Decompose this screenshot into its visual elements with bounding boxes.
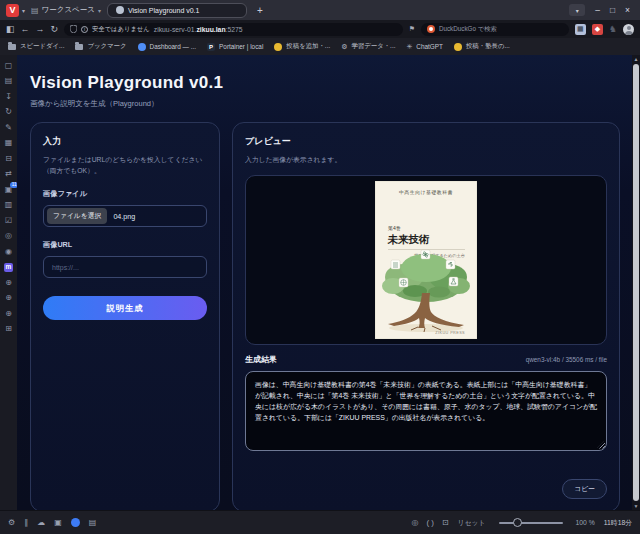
workspace-icon: ▤ xyxy=(31,6,39,15)
result-label: 生成結果 xyxy=(245,354,277,365)
bookmark-item[interactable]: スピードダイ... xyxy=(8,42,64,51)
side-panel-strip: ▢ ▤ ↧ ↻ ✎ ▦ ⊟ ⇄ ▣11 ▥ ☑ ◎ ◉ m ⊕ ⊕ xyxy=(0,55,17,510)
tiling-icon[interactable]: ( ) xyxy=(426,519,434,527)
tab-active[interactable]: Vision Playground v0.1 xyxy=(107,3,247,18)
bookmark-label: ChatGPT xyxy=(416,43,443,50)
generate-button[interactable]: 説明生成 xyxy=(43,296,207,320)
scroll-up-icon[interactable]: ▲ xyxy=(634,55,639,63)
bookmark-label: Portainer | local xyxy=(219,43,263,50)
new-tab-button[interactable]: + xyxy=(257,5,263,16)
profile-avatar[interactable] xyxy=(623,24,634,35)
cloud-icon[interactable]: ☁ xyxy=(37,519,45,527)
downloads-panel-icon[interactable]: ↧ xyxy=(3,92,14,101)
image-url-input[interactable]: https://... xyxy=(43,256,207,278)
bookmark-favicon xyxy=(75,44,83,50)
blue-extension-icon[interactable] xyxy=(71,518,80,527)
svg-text:ZIKUU PRESS: ZIKUU PRESS xyxy=(435,331,465,335)
input-panel-title: 入力 xyxy=(43,135,207,148)
bookmark-item[interactable]: ブックマーク xyxy=(75,42,126,51)
capture-icon[interactable]: ◎ xyxy=(411,519,418,527)
page-scrollbar[interactable]: ▲ ▼ xyxy=(632,55,640,510)
pause-icon[interactable]: ∥ xyxy=(24,519,28,527)
notes-panel-icon[interactable]: ✎ xyxy=(3,123,14,132)
file-name: 04.png xyxy=(113,212,135,221)
bookmark-label: 学習データ・... xyxy=(351,42,395,51)
web-panel-icon[interactable]: ⊕ xyxy=(3,294,14,303)
file-select-button[interactable]: ファイルを選択 xyxy=(47,208,107,224)
tasks-panel-icon[interactable]: ☑ xyxy=(3,216,14,225)
page-content: Vision Playground v0.1 画像から説明文を生成（Playgr… xyxy=(17,55,632,510)
extension-grid-icon[interactable]: ▦ xyxy=(575,24,586,35)
bookmark-label: ブックマーク xyxy=(87,42,126,51)
extension-red-icon[interactable]: ◆ xyxy=(592,24,603,35)
vivaldi-menu-button[interactable]: V xyxy=(6,4,19,17)
preview-panel: プレビュー 入力した画像が表示されます。 中高生向け基礎教科書 第4巻 未来技術… xyxy=(232,122,620,510)
zoom-level: 100 % xyxy=(576,519,595,526)
contacts-panel-icon[interactable]: ◎ xyxy=(3,232,14,241)
window-maximize-button[interactable]: □ xyxy=(610,5,615,15)
sessions-panel-icon[interactable]: ▣11 xyxy=(3,185,14,194)
bookmark-label: スピードダイ... xyxy=(20,42,64,51)
web-panel-icon[interactable]: ⊕ xyxy=(3,278,14,287)
mail-panel-icon[interactable]: ⊟ xyxy=(3,154,14,163)
preview-panel-title: プレビュー xyxy=(245,135,607,148)
panel-toggle-icon[interactable]: ◧ xyxy=(6,25,15,34)
tab-bar: V ▾ ▤ ワークスペース ▾ Vision Playground v0.1 +… xyxy=(0,0,640,20)
input-panel: 入力 ファイルまたはURLのどちらかを投入してください（両方でもOK）。 画像フ… xyxy=(30,122,220,510)
copy-button[interactable]: コピー xyxy=(562,479,607,499)
feed-status-icon[interactable]: ▤ xyxy=(89,519,97,527)
window-close-button[interactable]: × xyxy=(625,5,630,15)
web-panel-m-icon[interactable]: m xyxy=(4,263,13,272)
people-panel-icon[interactable]: ◉ xyxy=(3,247,14,256)
zoom-slider[interactable] xyxy=(499,522,563,524)
zoom-reset-button[interactable]: リセット xyxy=(458,518,486,528)
forward-button[interactable]: → xyxy=(36,25,45,34)
bookmarks-panel-icon[interactable]: ▢ xyxy=(3,61,14,70)
sync-status-icon[interactable]: ⚙ xyxy=(8,519,15,527)
bookmark-page-icon[interactable]: ⚑ xyxy=(409,25,415,33)
result-textarea[interactable]: 画像は、中高生向け基礎教科書の第4巻「未来技術」の表紙である。表紙上部には「中高… xyxy=(245,371,607,451)
bookmark-item[interactable]: ✳ ChatGPT xyxy=(406,43,443,50)
book-cover-image: 中高生向け基礎教科書 第4巻 未来技術 世界を理解するための土台 xyxy=(375,181,477,339)
bookmark-favicon: ✳ xyxy=(406,43,412,50)
add-web-panel-icon[interactable]: ⊞ xyxy=(3,325,14,334)
zoom-slider-knob[interactable] xyxy=(513,518,522,527)
web-panel-icon[interactable]: ⊕ xyxy=(3,309,14,318)
search-field[interactable]: DuckDuckGo で検索 xyxy=(421,23,569,36)
window-minimize-button[interactable]: – xyxy=(595,5,600,15)
scrollbar-thumb[interactable] xyxy=(633,64,639,501)
bookmark-item[interactable]: P Portainer | local xyxy=(207,43,263,51)
feeds-panel-icon[interactable]: ⇄ xyxy=(3,170,14,179)
page-actions-icon[interactable]: ⊡ xyxy=(442,519,449,527)
bookmark-item[interactable]: ⚙ 学習データ・... xyxy=(341,42,395,51)
bookmark-favicon: P xyxy=(207,43,215,51)
reload-button[interactable]: ↻ xyxy=(51,25,59,34)
extension-dark-icon[interactable]: ♞ xyxy=(609,24,617,34)
bookmark-item[interactable]: Dashboard — ... xyxy=(138,43,197,51)
archive-icon[interactable]: ▣ xyxy=(54,519,62,527)
reading-list-panel-icon[interactable]: ▤ xyxy=(3,77,14,86)
chevron-down-icon: ▾ xyxy=(98,7,101,14)
url-text: zikuu-serv-01.zikuu.lan:5275 xyxy=(154,26,243,33)
translate-panel-icon[interactable]: ▦ xyxy=(3,139,14,148)
calendar-panel-icon[interactable]: ▥ xyxy=(3,201,14,210)
file-field-label: 画像ファイル xyxy=(43,189,207,199)
svg-text:未来技術: 未来技術 xyxy=(387,233,431,245)
page-title: Vision Playground v0.1 xyxy=(30,73,620,93)
bookmark-item[interactable]: 投稿を追加・... xyxy=(274,42,330,51)
file-input[interactable]: ファイルを選択 04.png xyxy=(43,205,207,227)
workspace-selector[interactable]: ▤ ワークスペース ▾ xyxy=(31,5,101,15)
back-button[interactable]: ← xyxy=(21,25,30,34)
url-field[interactable]: i 安全ではありません zikuu-serv-01.zikuu.lan:5275 xyxy=(64,23,403,36)
bookmark-item[interactable]: 投稿・塾長の... xyxy=(454,42,510,51)
address-bar: ◧ ← → ↻ i 安全ではありません zikuu-serv-01.zikuu.… xyxy=(0,20,640,38)
preview-panel-description: 入力した画像が表示されます。 xyxy=(245,155,607,166)
svg-text:第4巻: 第4巻 xyxy=(388,225,401,231)
info-icon[interactable]: i xyxy=(81,26,88,33)
history-panel-icon[interactable]: ↻ xyxy=(3,108,14,117)
preview-image-frame: 中高生向け基礎教科書 第4巻 未来技術 世界を理解するための土台 xyxy=(245,175,607,345)
bookmark-label: 投稿を追加・... xyxy=(286,42,330,51)
tab-dropdown-button[interactable]: ▾ xyxy=(569,4,585,16)
bookmark-favicon xyxy=(138,43,146,51)
scroll-down-icon[interactable]: ▼ xyxy=(634,502,639,510)
